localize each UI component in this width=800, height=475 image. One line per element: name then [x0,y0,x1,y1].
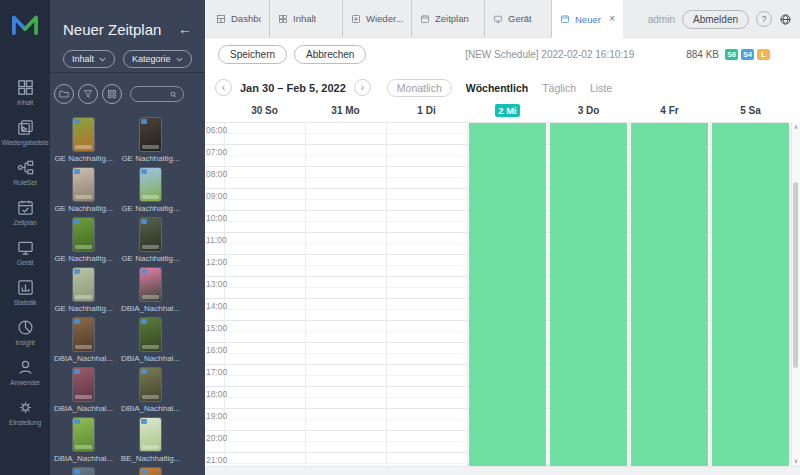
content-item[interactable]: BE_Nachhaltig... [121,418,181,468]
time-label: 11:00 [206,235,227,245]
content-thumbnail[interactable] [140,118,161,151]
view-switcher: MonatlichWöchentlichTäglichListe [387,79,612,97]
tab-zeitplan[interactable]: Zeitplan [412,0,485,37]
grid-small-button[interactable] [102,84,122,104]
tab-inhalt[interactable]: Inhalt [270,0,343,37]
sidebar-item-statistik[interactable]: Statistik [0,278,50,306]
playlist-icon [16,118,35,137]
content-thumbnail[interactable] [140,168,161,201]
week-grid[interactable]: 06:0007:0008:0009:0010:0011:0012:0013:00… [205,122,791,466]
content-item[interactable]: GE Nachhaltig... [54,168,112,218]
view-option-taeglich[interactable]: Täglich [542,82,576,94]
view-option-liste[interactable]: Liste [590,82,612,94]
day-header[interactable]: 30 So [224,105,305,116]
content-thumbnail[interactable] [140,318,161,351]
content-item[interactable]: GE Nachhaltig... [54,118,112,168]
sidebar-item-wiedergabeliste[interactable]: Wiedergabeliste [0,118,50,146]
day-header[interactable]: 2 Mi [467,105,548,116]
next-week-button[interactable]: › [354,79,371,96]
content-item-label: GE Nachhaltig... [121,204,179,213]
content-thumbnail[interactable] [73,268,94,301]
help-button[interactable]: ? [756,11,772,27]
view-option-monatlich[interactable]: Monatlich [387,79,452,97]
search-input[interactable] [136,90,169,99]
tab-dashboard[interactable]: Dashbo... [208,0,270,37]
collapse-panel-arrow-icon[interactable]: ← [178,22,192,36]
search-box[interactable] [130,86,184,102]
view-option-woechentlich[interactable]: Wöchentlich [466,82,528,94]
content-item[interactable] [73,468,94,475]
filter-button[interactable] [78,84,98,104]
scroll-down-icon[interactable]: ∨ [792,457,800,465]
content-item[interactable]: GE Nachhaltig... [121,168,179,218]
content-item[interactable]: DBIA_Nachhal... [121,268,180,318]
scheduled-event-block[interactable] [469,123,546,466]
cancel-button[interactable]: Abbrechen [294,45,366,64]
filter-dropdown-kategorie[interactable]: Kategorie [123,50,192,68]
sidebar-item-inhalt[interactable]: Inhalt [0,78,50,106]
time-label: 14:00 [206,301,227,311]
content-item-label: DBIA_Nachhal... [121,354,180,363]
day-header[interactable]: 4 Fr [629,105,710,116]
sidebar-item-anwender[interactable]: Anwender [0,358,50,386]
panel-toolbar [54,84,184,104]
content-thumbnail[interactable] [140,368,161,401]
scheduled-event-block[interactable] [631,123,708,466]
content-item[interactable]: GE Nachhaltig... [121,218,179,268]
content-thumbnail[interactable] [73,318,94,351]
tab-neuer-zeitplan[interactable]: Neuer ...× [552,0,623,38]
content-thumbnail[interactable] [140,268,161,301]
grid-small-icon [106,88,118,100]
content-item[interactable]: DBIA_Nachhal... [121,368,180,418]
content-item[interactable]: GE Nachhaltig... [54,218,112,268]
day-header[interactable]: 3 Do [548,105,629,116]
content-thumbnail[interactable] [73,468,94,475]
magicinfo-logo-icon [11,14,39,36]
sidebar-item-label: Statistik [14,299,37,306]
scheduled-event-block[interactable] [712,123,789,466]
scrollbar-thumb[interactable] [793,182,798,368]
content-item[interactable] [140,468,161,475]
content-thumbnail[interactable] [140,418,161,451]
day-header[interactable]: 31 Mo [305,105,386,116]
tab-geraet[interactable]: Gerät [485,0,552,37]
content-thumbnail[interactable] [73,418,94,451]
sidebar-item-insight[interactable]: Insight [0,318,50,346]
logout-button[interactable]: Abmelden [682,10,749,29]
filter-dropdown-inhalt[interactable]: Inhalt [63,50,115,68]
content-thumbnail[interactable] [73,168,94,201]
content-item[interactable]: DBIA_Nachhal... [54,368,113,418]
vertical-scrollbar[interactable]: ∧ ∨ [791,122,800,466]
tab-wiedergabeliste[interactable]: Wieder... [343,0,412,37]
content-item[interactable]: GE Nachhaltig... [54,268,112,318]
content-thumbnail[interactable] [73,118,94,151]
content-item[interactable]: DBIA_Nachhal... [54,318,113,368]
sidebar-item-label: Gerät [17,259,34,266]
content-thumbnail[interactable] [73,218,94,251]
content-thumbnail[interactable] [73,368,94,401]
content-grid: GE Nachhaltig...GE Nachhaltig...GE Nachh… [50,118,184,475]
content-item[interactable]: DBIA_Nachhal... [121,318,180,368]
content-item[interactable]: GE Nachhaltig... [121,118,179,168]
time-label: 16:00 [206,345,227,355]
sidebar-item-einstellung[interactable]: Einstellung [0,398,50,426]
close-icon[interactable]: × [609,14,615,24]
scheduled-event-block[interactable] [550,123,627,466]
day-header[interactable]: 5 Sa [710,105,791,116]
content-item[interactable]: DBIA_Nachhal... [54,418,113,468]
day-header[interactable]: 1 Di [386,105,467,116]
language-globe-icon[interactable] [779,13,792,26]
folder-button[interactable] [54,84,74,104]
content-thumbnail[interactable] [140,468,161,475]
prev-week-button[interactable]: ‹ [215,79,232,96]
sidebar-item-ruleset[interactable]: RuleSet [0,158,50,186]
scroll-up-icon[interactable]: ∧ [792,123,800,131]
content-item-label: DBIA_Nachhal... [54,354,113,363]
user-icon [16,358,35,377]
tab-label: Dashbo... [231,13,261,24]
sidebar-item-geraet[interactable]: Gerät [0,238,50,266]
content-thumbnail[interactable] [140,218,161,251]
sidebar-item-zeitplan[interactable]: Zeitplan [0,198,50,226]
save-button[interactable]: Speichern [218,45,287,64]
calendar-toolbar: ‹ Jan 30 – Feb 5, 2022 › MonatlichWöchen… [205,70,800,105]
